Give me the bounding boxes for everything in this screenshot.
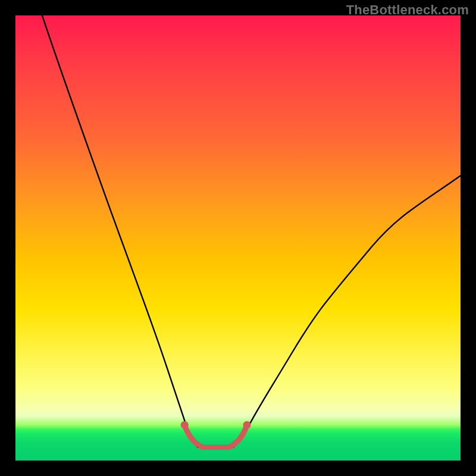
plot-area xyxy=(15,15,461,461)
optimal-start-marker xyxy=(181,421,189,429)
optimal-end-marker xyxy=(243,421,251,429)
chart-frame: TheBottleneck.com xyxy=(0,0,476,476)
curve-layer xyxy=(15,15,461,461)
watermark-label: TheBottleneck.com xyxy=(346,2,469,18)
bottleneck-curve xyxy=(42,15,461,447)
optimal-flat-segment xyxy=(184,425,247,447)
